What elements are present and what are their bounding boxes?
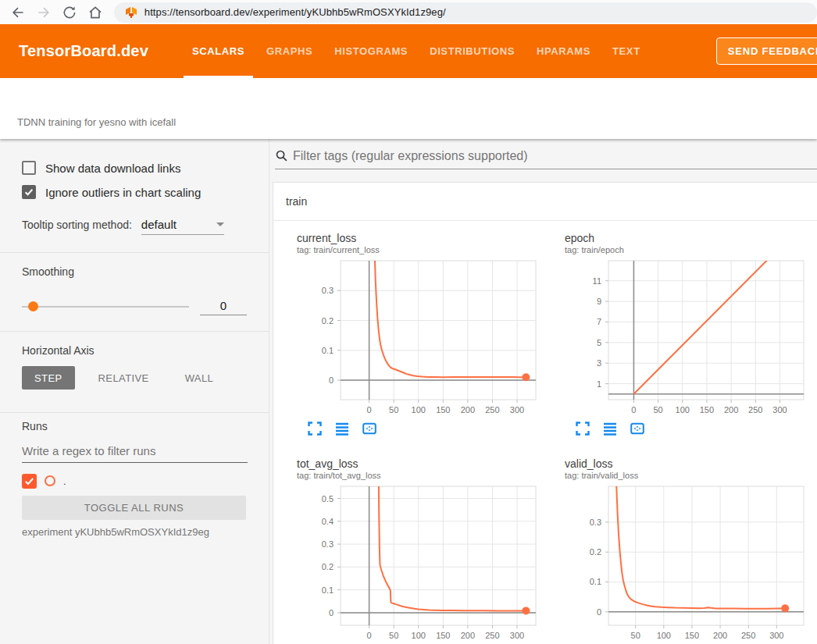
- svg-text:150: 150: [685, 631, 699, 640]
- horizontal-axis-label: Horizontal Axis: [22, 344, 247, 357]
- svg-text:0.1: 0.1: [322, 346, 334, 355]
- svg-text:3: 3: [597, 358, 601, 368]
- svg-text:300: 300: [510, 631, 524, 640]
- run-item[interactable]: .: [22, 472, 247, 489]
- chart-tag: tag: train/tot_avg_loss: [297, 471, 544, 480]
- svg-text:0.4: 0.4: [322, 517, 334, 526]
- svg-text:0.1: 0.1: [590, 577, 601, 586]
- svg-text:200: 200: [724, 405, 738, 415]
- chart-title: current_loss: [297, 232, 544, 244]
- smoothing-value-input[interactable]: [200, 299, 247, 315]
- tab-distributions[interactable]: DISTRIBUTIONS: [419, 24, 526, 78]
- tag-filter-row: [275, 143, 817, 169]
- svg-text:200: 200: [461, 631, 475, 640]
- chart-tot-avg-loss: tot_avg_loss tag: train/tot_avg_loss 050…: [284, 457, 544, 644]
- svg-text:250: 250: [741, 631, 755, 640]
- tag-filter-input[interactable]: [293, 149, 817, 163]
- tab-histograms[interactable]: HISTOGRAMS: [323, 24, 419, 78]
- ignore-outliers-label: Ignore outliers in chart scaling: [45, 186, 201, 199]
- home-icon[interactable]: [87, 5, 103, 20]
- svg-text:0: 0: [329, 375, 334, 385]
- svg-text:0.1: 0.1: [322, 585, 334, 595]
- svg-text:0.3: 0.3: [590, 518, 601, 527]
- svg-text:9: 9: [597, 297, 601, 306]
- svg-text:0: 0: [367, 631, 372, 640]
- svg-text:250: 250: [748, 405, 762, 415]
- ignore-outliers-checkbox[interactable]: Ignore outliers in chart scaling: [22, 183, 247, 201]
- runs-label: Runs: [22, 420, 247, 432]
- chart-title: tot_avg_loss: [297, 457, 544, 470]
- run-checkbox-checked-icon[interactable]: [22, 474, 37, 489]
- svg-text:0: 0: [597, 607, 601, 617]
- line-chart[interactable]: 0501001502002503001357911: [552, 256, 810, 418]
- url-text: https://tensorboard.dev/experiment/yKUbh…: [144, 6, 446, 18]
- toggle-all-runs-button[interactable]: TOGGLE ALL RUNS: [22, 496, 246, 520]
- axis-relative-button[interactable]: RELATIVE: [86, 366, 162, 390]
- line-chart[interactable]: 05010015020025030000.10.20.30.40.5: [284, 482, 542, 644]
- tensorboard-favicon: [125, 6, 137, 19]
- runs-filter-input[interactable]: [22, 442, 248, 463]
- chart-current-loss: current_loss tag: train/current_loss 050…: [284, 232, 544, 436]
- axis-step-button[interactable]: STEP: [22, 366, 75, 390]
- fit-domain-icon[interactable]: [362, 422, 376, 436]
- run-name: .: [63, 475, 66, 487]
- chart-toolbar: [308, 422, 544, 436]
- svg-text:0: 0: [367, 405, 372, 415]
- divider: [0, 252, 269, 253]
- tooltip-sorting-dropdown[interactable]: default: [141, 218, 224, 235]
- back-icon[interactable]: [10, 5, 26, 20]
- section-title-train[interactable]: train: [273, 183, 817, 221]
- slider-thumb[interactable]: [28, 301, 38, 311]
- smoothing-slider[interactable]: [22, 306, 189, 308]
- url-bar[interactable]: https://tensorboard.dev/experiment/yKUbh…: [114, 2, 817, 23]
- tab-text[interactable]: TEXT: [601, 24, 651, 78]
- tab-graphs[interactable]: GRAPHS: [255, 24, 323, 78]
- svg-text:5: 5: [597, 338, 601, 347]
- checkbox-checked-icon[interactable]: [22, 185, 36, 199]
- chart-title: epoch: [565, 232, 812, 244]
- line-chart[interactable]: 05010015020025030000.10.20.3: [284, 256, 542, 418]
- tab-scalars[interactable]: SCALARS: [181, 24, 255, 78]
- nav-tabs: SCALARS GRAPHS HISTOGRAMS DISTRIBUTIONS …: [181, 24, 651, 78]
- chart-tag: tag: train/valid_loss: [565, 471, 812, 480]
- chart-toolbar: [576, 422, 812, 436]
- svg-text:50: 50: [631, 631, 640, 640]
- svg-text:0: 0: [631, 405, 636, 415]
- tab-hparams[interactable]: HPARAMS: [526, 24, 601, 78]
- run-color-swatch: [45, 475, 55, 486]
- send-feedback-button[interactable]: SEND FEEDBACK: [716, 37, 817, 65]
- show-download-links-checkbox[interactable]: Show data download links: [22, 159, 247, 176]
- show-download-links-label: Show data download links: [45, 162, 180, 175]
- svg-text:0.2: 0.2: [322, 316, 334, 326]
- chart-valid-loss: valid_loss tag: train/valid_loss 5010015…: [552, 457, 812, 644]
- svg-text:300: 300: [772, 405, 787, 415]
- svg-text:50: 50: [653, 405, 662, 415]
- svg-text:250: 250: [485, 631, 499, 640]
- svg-text:7: 7: [597, 317, 601, 326]
- svg-text:100: 100: [412, 405, 426, 415]
- train-section-card: train current_loss tag: train/current_lo…: [273, 182, 817, 644]
- svg-text:100: 100: [412, 631, 426, 640]
- fit-domain-icon[interactable]: [630, 422, 644, 436]
- chart-epoch: epoch tag: train/epoch 05010015020025030…: [552, 232, 812, 436]
- data-lines-icon[interactable]: [603, 422, 617, 436]
- reload-icon[interactable]: [62, 5, 77, 20]
- svg-text:150: 150: [436, 405, 450, 415]
- data-lines-icon[interactable]: [335, 422, 349, 436]
- line-chart[interactable]: 5010015020025030000.10.20.3: [552, 482, 810, 644]
- svg-text:200: 200: [713, 631, 727, 640]
- expand-chart-icon[interactable]: [576, 422, 590, 436]
- browser-chrome: https://tensorboard.dev/experiment/yKUbh…: [0, 0, 817, 24]
- svg-text:0.3: 0.3: [322, 286, 334, 295]
- expand-chart-icon[interactable]: [308, 422, 322, 436]
- forward-icon[interactable]: [36, 5, 52, 20]
- checkbox-unchecked-icon[interactable]: [22, 161, 36, 175]
- chart-title: valid_loss: [565, 457, 812, 470]
- svg-text:300: 300: [510, 405, 524, 415]
- axis-wall-button[interactable]: WALL: [173, 366, 227, 390]
- search-icon: [275, 149, 288, 162]
- divider: [0, 331, 269, 332]
- chart-tag: tag: train/epoch: [565, 245, 812, 254]
- charts-grid: current_loss tag: train/current_loss 050…: [273, 221, 817, 644]
- svg-text:50: 50: [389, 631, 398, 640]
